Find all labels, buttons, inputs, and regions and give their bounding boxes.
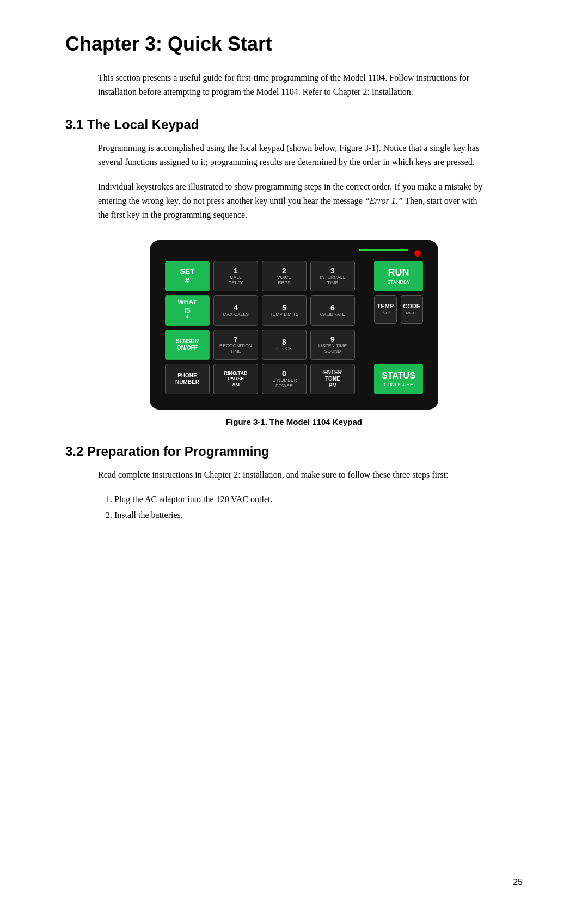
key-0[interactable]: 0 ID NUMBERPOWER bbox=[262, 364, 307, 394]
key-2[interactable]: 2 VOICEREPS bbox=[262, 261, 307, 291]
key-sensor[interactable]: SENSORON/OFF bbox=[165, 330, 210, 360]
red-indicator-dot bbox=[414, 250, 421, 257]
keypad-figure: SET# 1 CALLDELAY 2 VOICEREPS 3 INTERCALL… bbox=[65, 240, 523, 440]
section2-intro: Read complete instructions in Chapter 2:… bbox=[98, 468, 490, 482]
key-run[interactable]: RUN STANDBY bbox=[374, 261, 423, 291]
key-ring[interactable]: RING/TADPAUSEAM bbox=[213, 364, 258, 394]
key-enter[interactable]: ENTERTONEPM bbox=[310, 364, 355, 394]
key-6[interactable]: 6 CALIBRATE bbox=[310, 295, 355, 326]
temp-code-row: TEMP F°/C° CODE MUTE bbox=[374, 295, 423, 324]
intro-text: This section presents a useful guide for… bbox=[98, 71, 490, 100]
key-3[interactable]: 3 INTERCALLTIME bbox=[310, 261, 355, 291]
key-7[interactable]: 7 RECOGNITIONTIME bbox=[213, 330, 258, 360]
page-number: 25 bbox=[513, 877, 523, 887]
section2-list: Plug the AC adaptor into the 120 VAC out… bbox=[98, 492, 490, 523]
list-item-1: Plug the AC adaptor into the 120 VAC out… bbox=[114, 492, 490, 508]
key-code[interactable]: CODE MUTE bbox=[401, 295, 424, 324]
section1-para2: Individual keystrokes are illustrated to… bbox=[98, 180, 490, 223]
key-phone[interactable]: PHONENUMBER bbox=[165, 364, 210, 394]
figure-caption: Figure 3-1. The Model 1104 Keypad bbox=[226, 417, 362, 426]
section1-title: 3.1 The Local Keypad bbox=[65, 117, 523, 132]
key-set[interactable]: SET# bbox=[165, 261, 210, 291]
green-indicator-line bbox=[359, 249, 408, 251]
list-item-2: Install the batteries. bbox=[114, 508, 490, 523]
key-what[interactable]: WHATIS* bbox=[165, 295, 210, 326]
key-4[interactable]: 4 MAX CALLS bbox=[213, 295, 258, 326]
key-9[interactable]: 9 LISTEN TIMESOUND bbox=[310, 330, 355, 360]
section1-para1: Programming is accomplished using the lo… bbox=[98, 141, 490, 170]
keypad-device: SET# 1 CALLDELAY 2 VOICEREPS 3 INTERCALL… bbox=[150, 240, 438, 410]
chapter-title: Chapter 3: Quick Start bbox=[65, 33, 523, 56]
section2-title: 3.2 Preparation for Programming bbox=[65, 444, 523, 459]
key-5[interactable]: 5 TEMP LIMITS bbox=[262, 295, 307, 326]
key-status[interactable]: STATUS CONFIGURE bbox=[374, 364, 423, 394]
key-8[interactable]: 8 CLOCK bbox=[262, 330, 307, 360]
key-1[interactable]: 1 CALLDELAY bbox=[213, 261, 258, 291]
key-temp[interactable]: TEMP F°/C° bbox=[374, 295, 397, 324]
